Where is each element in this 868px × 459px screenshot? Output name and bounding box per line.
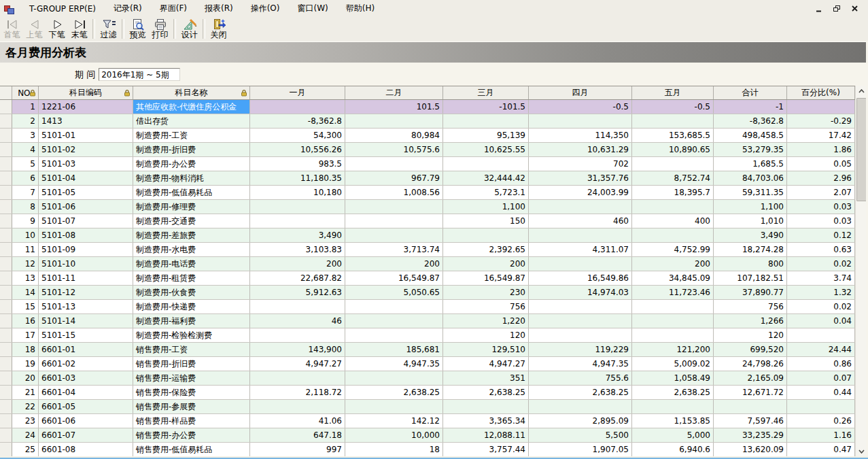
table-cell[interactable] — [345, 300, 443, 313]
row-indicator[interactable] — [0, 257, 12, 271]
table-cell[interactable]: 200 — [345, 257, 443, 271]
column-header[interactable]: 五月 — [632, 86, 714, 99]
column-header[interactable]: NO. — [12, 86, 39, 99]
table-cell[interactable]: 4,752.99 — [632, 243, 714, 256]
table-cell[interactable]: 120 — [443, 328, 529, 342]
table-cell[interactable]: 6601-03 — [39, 371, 133, 385]
filter-button[interactable]: 过滤 — [97, 18, 120, 39]
table-cell[interactable] — [345, 228, 443, 242]
table-cell[interactable]: 其他应收款-代缴住房公积金 — [133, 100, 250, 114]
table-cell[interactable] — [787, 328, 855, 342]
table-cell[interactable]: 5101-05 — [39, 186, 133, 199]
table-cell[interactable]: 销售费用-低值易耗品 — [133, 443, 250, 456]
table-cell[interactable]: 制造费用-低值易耗品 — [133, 186, 250, 199]
table-cell[interactable]: 24,003.99 — [529, 186, 632, 199]
table-cell[interactable]: 2.07 — [787, 186, 855, 199]
table-cell[interactable]: 销售费用-运输费 — [133, 371, 250, 385]
table-cell[interactable]: 2,638.25 — [529, 386, 632, 399]
table-cell[interactable]: 6601-02 — [39, 357, 133, 371]
table-cell[interactable]: 2 — [12, 114, 39, 128]
table-cell[interactable]: 5101-09 — [39, 243, 133, 256]
scrollbar-thumb[interactable] — [856, 98, 867, 201]
row-indicator[interactable] — [0, 143, 12, 156]
table-cell[interactable]: 5101-10 — [39, 257, 133, 271]
table-cell[interactable]: 12 — [12, 257, 39, 271]
row-indicator[interactable] — [0, 314, 12, 328]
menu-item-interface[interactable]: 界面(F) — [151, 0, 196, 17]
table-cell[interactable]: 5101-02 — [39, 143, 133, 156]
table-cell[interactable]: 12,671.72 — [714, 386, 787, 399]
table-cell[interactable]: 53,279.35 — [714, 143, 787, 156]
table-cell[interactable]: 351 — [443, 371, 529, 385]
table-cell[interactable]: 5,009.02 — [632, 357, 714, 371]
table-cell[interactable]: 18,395.7 — [632, 186, 714, 199]
period-input[interactable]: 2016年1期 ~ 5期 — [99, 68, 180, 81]
table-cell[interactable]: 4 — [12, 143, 39, 156]
row-indicator[interactable] — [0, 328, 12, 342]
table-cell[interactable] — [345, 400, 443, 413]
table-cell[interactable]: 1,100 — [714, 200, 787, 214]
table-cell[interactable]: 13 — [12, 271, 39, 285]
table-cell[interactable]: 200 — [632, 257, 714, 271]
table-cell[interactable] — [529, 328, 632, 342]
table-cell[interactable]: 18 — [12, 343, 39, 356]
table-cell[interactable]: 16 — [12, 314, 39, 328]
table-cell[interactable]: 0.12 — [787, 228, 855, 242]
table-cell[interactable]: 制造费用-差旅费 — [133, 228, 250, 242]
table-cell[interactable]: -101.5 — [443, 100, 529, 114]
table-cell[interactable]: 699,520 — [714, 343, 787, 356]
table-cell[interactable] — [529, 114, 632, 128]
table-cell[interactable]: 1413 — [39, 114, 133, 128]
table-cell[interactable] — [632, 228, 714, 242]
table-cell[interactable]: 16,549.87 — [443, 271, 529, 285]
table-cell[interactable]: 2,392.65 — [443, 243, 529, 256]
table-cell[interactable]: 18 — [345, 443, 443, 456]
table-cell[interactable]: 5,912.63 — [250, 286, 345, 299]
table-cell[interactable]: 2,895.09 — [529, 414, 632, 428]
table-cell[interactable]: 2,165.09 — [714, 371, 787, 385]
table-cell[interactable]: 10,556.26 — [250, 143, 345, 156]
table-cell[interactable]: 0.26 — [787, 414, 855, 428]
table-cell[interactable] — [250, 328, 345, 342]
table-cell[interactable] — [443, 400, 529, 413]
row-indicator[interactable] — [0, 186, 12, 199]
table-cell[interactable]: 756 — [443, 300, 529, 313]
table-cell[interactable]: 129,510 — [443, 343, 529, 356]
table-cell[interactable] — [345, 214, 443, 228]
table-cell[interactable]: 8,752.74 — [632, 171, 714, 185]
table-cell[interactable]: 95,139 — [443, 129, 529, 142]
table-cell[interactable]: 23 — [12, 414, 39, 428]
table-cell[interactable]: 0.03 — [787, 214, 855, 228]
menu-item-operation[interactable]: 操作(O) — [242, 0, 289, 17]
row-indicator[interactable] — [0, 100, 12, 114]
table-cell[interactable]: 10,631.29 — [529, 143, 632, 156]
next-record-button[interactable]: 下笔 — [46, 18, 68, 39]
table-cell[interactable]: 13,620.09 — [714, 443, 787, 456]
table-cell[interactable] — [250, 400, 345, 413]
table-cell[interactable]: 32,444.42 — [443, 171, 529, 185]
table-cell[interactable]: 20 — [12, 371, 39, 385]
row-indicator[interactable] — [0, 428, 12, 442]
table-cell[interactable]: 142.12 — [345, 414, 443, 428]
scroll-up-button[interactable] — [856, 86, 867, 97]
row-indicator[interactable] — [0, 300, 12, 313]
table-cell[interactable]: 200 — [250, 257, 345, 271]
table-cell[interactable]: 24 — [12, 428, 39, 442]
table-cell[interactable] — [443, 114, 529, 128]
table-cell[interactable]: 756 — [714, 300, 787, 313]
table-cell[interactable]: 制造费用-水电费 — [133, 243, 250, 256]
table-cell[interactable]: 5101-03 — [39, 157, 133, 171]
table-cell[interactable] — [345, 314, 443, 328]
table-cell[interactable]: -8,362.8 — [714, 114, 787, 128]
table-cell[interactable]: 5,500 — [529, 428, 632, 442]
table-cell[interactable] — [529, 300, 632, 313]
table-cell[interactable]: 3,103.83 — [250, 243, 345, 256]
table-cell[interactable]: 31,357.76 — [529, 171, 632, 185]
table-cell[interactable]: 6601-01 — [39, 343, 133, 356]
table-cell[interactable] — [250, 371, 345, 385]
table-cell[interactable]: 997 — [250, 443, 345, 456]
scroll-down-button[interactable] — [856, 446, 867, 457]
table-cell[interactable]: 10,180 — [250, 186, 345, 199]
table-cell[interactable]: 17 — [12, 328, 39, 342]
table-cell[interactable]: 755.6 — [529, 371, 632, 385]
